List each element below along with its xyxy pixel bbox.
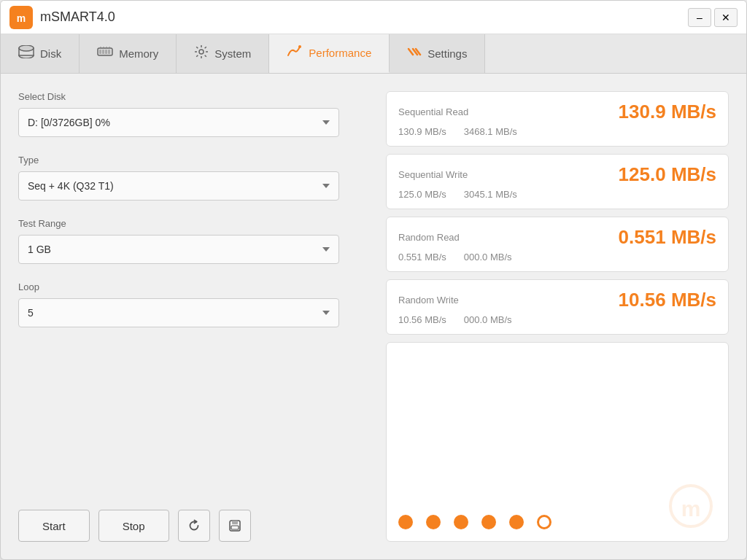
dot-1 [398,515,413,529]
main-content: Select Disk D: [0/3726GB] 0% C: [0/256GB… [1,74,746,559]
metric-seq-read-sub2: 3468.1 MB/s [464,126,517,137]
metric-rand-write-sub: 10.56 MB/s 000.0 MB/s [398,314,716,325]
right-panel: Sequential Read 130.9 MB/s 130.9 MB/s 34… [386,91,729,542]
metric-rand-write-value: 10.56 MB/s [619,289,716,311]
minimize-button[interactable]: – [688,8,711,27]
select-disk-dropdown[interactable]: D: [0/3726GB] 0% C: [0/256GB] 0% [18,108,339,137]
metric-sequential-write: Sequential Write 125.0 MB/s 125.0 MB/s 3… [386,154,729,209]
metric-seq-write-sub2: 3045.1 MB/s [464,189,517,200]
test-range-dropdown[interactable]: 1 GB 2 GB 4 GB 8 GB [18,235,339,264]
metric-rand-write-sub2: 000.0 MB/s [464,314,512,325]
tab-settings[interactable]: Settings [390,34,485,73]
svg-rect-9 [108,50,110,54]
app-window: m mSMART4.0 – ✕ Disk [0,0,747,560]
metric-rand-read-label: Random Read [398,232,460,243]
select-disk-group: Select Disk D: [0/3726GB] 0% C: [0/256GB… [18,91,368,137]
disk-icon [18,45,34,62]
metric-random-read: Random Read 0.551 MB/s 0.551 MB/s 000.0 … [386,217,729,272]
loop-group: Loop 1 2 3 5 10 [18,281,368,327]
dot-6-outline [537,515,551,529]
metric-random-write: Random Write 10.56 MB/s 10.56 MB/s 000.0… [386,279,729,335]
metric-seq-write-sub: 125.0 MB/s 3045.1 MB/s [398,189,716,200]
system-icon [194,44,209,63]
metric-rand-read-header: Random Read 0.551 MB/s [398,226,716,249]
dot-4 [481,515,496,529]
type-group: Type Seq + 4K (Q32 T1) Sequential 4K Ran… [18,155,368,201]
metric-seq-write-value: 125.0 MB/s [619,163,716,186]
tab-performance-label: Performance [309,47,371,59]
svg-point-15 [298,45,301,48]
metric-seq-read-label: Sequential Read [398,106,468,117]
tab-performance[interactable]: Performance [269,34,390,73]
svg-text:m: m [17,12,26,24]
metric-rand-read-sub: 0.551 MB/s 000.0 MB/s [398,252,716,262]
titlebar: m mSMART4.0 – ✕ [1,1,746,34]
dot-3 [454,515,468,529]
svg-rect-7 [102,50,104,54]
metric-rand-read-sub2: 000.0 MB/s [464,252,512,262]
test-range-group: Test Range 1 GB 2 GB 4 GB 8 GB [18,218,368,264]
metric-sequential-read: Sequential Read 130.9 MB/s 130.9 MB/s 34… [386,91,729,147]
metric-seq-read-value: 130.9 MB/s [619,101,716,123]
app-title: mSMART4.0 [40,9,688,25]
type-dropdown[interactable]: Seq + 4K (Q32 T1) Sequential 4K Random [18,171,339,201]
performance-icon [287,45,303,61]
loop-label: Loop [18,281,368,292]
action-bar: Start Stop [18,501,368,542]
svg-text:m: m [681,497,701,521]
svg-rect-8 [105,50,107,54]
dot-2 [426,515,441,529]
select-disk-label: Select Disk [18,91,368,102]
tab-disk-label: Disk [40,47,61,60]
watermark-logo: m [665,484,716,535]
tab-disk[interactable]: Disk [1,34,80,73]
refresh-button[interactable] [178,510,210,542]
svg-rect-6 [99,50,101,54]
metric-rand-read-sub1: 0.551 MB/s [398,252,446,262]
metric-rand-write-header: Random Write 10.56 MB/s [398,289,716,311]
metric-rand-write-label: Random Write [398,295,459,306]
start-button[interactable]: Start [18,510,90,542]
metric-rand-read-value: 0.551 MB/s [619,226,716,249]
loop-dropdown[interactable]: 1 2 3 5 10 [18,298,339,327]
metric-rand-write-sub1: 10.56 MB/s [398,314,446,325]
svg-rect-17 [232,521,238,524]
save-button[interactable] [219,510,251,542]
tab-system-label: System [214,47,251,60]
tab-system[interactable]: System [177,34,269,73]
metric-seq-read-header: Sequential Read 130.9 MB/s [398,101,716,123]
svg-point-14 [199,50,204,54]
memory-icon [97,45,113,62]
tab-bar: Disk Memory [1,34,746,74]
tab-settings-label: Settings [427,47,467,60]
left-panel: Select Disk D: [0/3726GB] 0% C: [0/256GB… [18,91,368,542]
close-button[interactable]: ✕ [714,8,738,27]
metric-seq-write-label: Sequential Write [398,169,468,180]
settings-icon [407,46,422,61]
dots-panel: m [386,342,729,542]
metric-seq-write-header: Sequential Write 125.0 MB/s [398,163,716,186]
metric-seq-write-sub1: 125.0 MB/s [398,189,446,200]
dot-5 [509,515,524,529]
app-logo: m [9,6,33,29]
type-label: Type [18,155,368,166]
metric-seq-read-sub1: 130.9 MB/s [398,126,446,137]
window-controls: – ✕ [688,8,738,27]
tab-memory-label: Memory [119,47,158,60]
test-range-label: Test Range [18,218,368,229]
metric-seq-read-sub: 130.9 MB/s 3468.1 MB/s [398,126,716,137]
stop-button[interactable]: Stop [98,510,169,542]
tab-memory[interactable]: Memory [80,34,177,73]
svg-rect-18 [231,526,239,529]
svg-point-4 [19,45,34,51]
progress-dots [398,515,551,529]
